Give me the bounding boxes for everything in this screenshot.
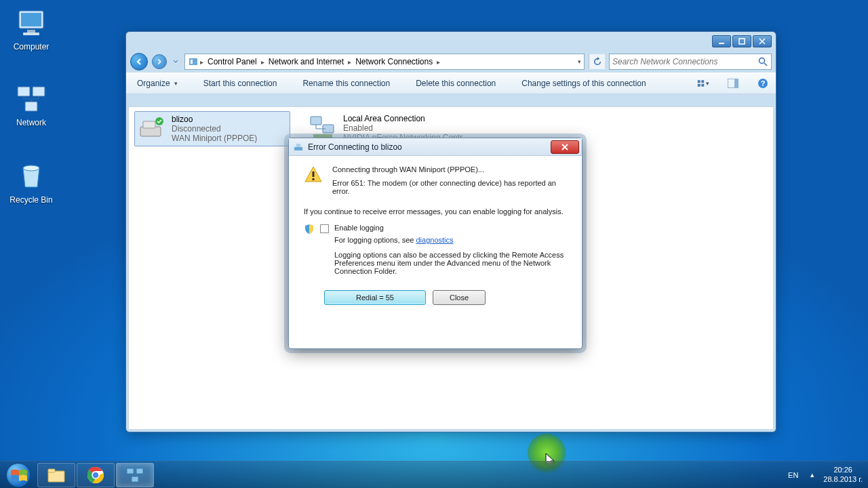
desktop-icon-label: Computer [4, 42, 58, 52]
maximize-button[interactable] [732, 35, 751, 47]
dialog-hint-text: If you continue to receive error message… [304, 207, 567, 216]
svg-rect-6 [25, 102, 37, 111]
taskbar-network-connections[interactable] [116, 463, 154, 487]
svg-rect-2 [27, 30, 35, 33]
svg-point-12 [760, 58, 765, 64]
dialog-body: Connecting through WAN Miniport (PPPOE).… [289, 156, 582, 312]
svg-rect-9 [739, 39, 745, 44]
svg-rect-29 [313, 171, 315, 177]
address-bar[interactable]: ▸ Control Panel ▸ Network and Internet ▸… [184, 54, 585, 70]
svg-rect-18 [734, 79, 738, 88]
connection-name: blizoo [172, 115, 257, 124]
clock-date: 28.8.2013 г. [823, 475, 863, 484]
taskbar-chrome[interactable] [77, 463, 115, 487]
connection-device: WAN Miniport (PPPOE) [172, 134, 257, 143]
svg-rect-11 [191, 60, 193, 64]
svg-rect-32 [48, 469, 55, 472]
nav-history-dropdown[interactable] [171, 54, 180, 69]
nav-back-button[interactable] [130, 53, 148, 70]
nav-forward-button[interactable] [152, 54, 167, 69]
diagnostics-link[interactable]: diagnostics [416, 236, 453, 244]
enable-logging-label: Enable logging [334, 224, 567, 232]
minimize-button[interactable] [712, 35, 731, 47]
svg-rect-13 [698, 80, 701, 83]
start-button[interactable] [0, 462, 37, 489]
svg-rect-5 [33, 87, 45, 96]
svg-point-7 [23, 165, 39, 171]
svg-rect-14 [701, 80, 704, 83]
svg-rect-37 [136, 468, 143, 474]
svg-rect-38 [132, 476, 138, 482]
windows-logo-icon [7, 464, 31, 487]
svg-rect-4 [18, 87, 30, 96]
enable-logging-checkbox[interactable] [320, 224, 329, 233]
search-input[interactable] [612, 57, 757, 66]
svg-rect-28 [296, 144, 300, 147]
svg-rect-1 [21, 13, 41, 26]
breadcrumb-sep: ▸ [435, 58, 441, 66]
folder-icon [188, 56, 199, 67]
breadcrumb-item[interactable]: Network Connections [353, 57, 435, 66]
language-indicator[interactable]: EN [785, 470, 801, 481]
dialog-titlebar[interactable]: Error Connecting to blizoo [289, 138, 582, 156]
connection-item-blizoo[interactable]: blizoo Disconnected WAN Miniport (PPPOE) [134, 111, 290, 146]
delete-connection-button[interactable]: Delete this connection [412, 77, 500, 90]
tray-overflow-icon[interactable]: ▲ [809, 472, 815, 479]
view-options-button[interactable] [697, 77, 709, 89]
window-close-button[interactable] [753, 35, 772, 47]
warning-icon [304, 165, 323, 184]
svg-rect-22 [143, 121, 155, 128]
dialog-app-icon [293, 142, 304, 152]
connection-status: Disconnected [172, 124, 257, 134]
help-button[interactable]: ? [757, 77, 769, 89]
close-button[interactable]: Close [433, 290, 486, 305]
svg-rect-8 [719, 43, 724, 44]
window-titlebar[interactable] [126, 32, 776, 51]
shield-icon [304, 224, 315, 235]
breadcrumb-item[interactable]: Control Panel [205, 57, 260, 66]
dialog-title: Error Connecting to blizoo [308, 142, 402, 152]
svg-rect-27 [294, 147, 302, 150]
breadcrumb-sep: ▸ [260, 58, 266, 66]
connection-status: Enabled [343, 123, 469, 133]
desktop-icon-network[interactable]: Network [4, 83, 58, 127]
svg-rect-36 [127, 468, 134, 474]
dialog-error-text: Error 651: The modem (or other connectin… [332, 179, 567, 195]
preview-pane-button[interactable] [727, 77, 739, 89]
desktop-icon-label: Network [4, 118, 58, 127]
svg-text:?: ? [761, 79, 766, 87]
organize-menu[interactable]: Organize [133, 77, 182, 90]
modem-icon [138, 115, 166, 143]
svg-rect-30 [313, 178, 315, 180]
taskbar: EN ▲ 20:26 28.8.2013 г. [0, 461, 868, 488]
start-connection-button[interactable]: Start this connection [199, 77, 281, 90]
redial-button[interactable]: Redial = 55 [324, 290, 426, 305]
dialog-connecting-text: Connecting through WAN Miniport (PPPOE).… [332, 165, 567, 174]
desktop-icon-label: Recycle Bin [4, 195, 58, 205]
connection-name: Local Area Connection [343, 114, 469, 123]
clock[interactable]: 20:26 28.8.2013 г. [823, 466, 863, 483]
desktop-icon-computer[interactable]: Computer [4, 7, 58, 52]
desktop-icon-recyclebin[interactable]: Recycle Bin [4, 160, 58, 205]
system-tray: EN ▲ 20:26 28.8.2013 г. [785, 466, 863, 483]
toolbar: Organize Start this connection Rename th… [126, 73, 776, 94]
svg-rect-15 [698, 84, 701, 87]
taskbar-explorer[interactable] [37, 463, 75, 487]
error-dialog: Error Connecting to blizoo Connecting th… [288, 138, 583, 349]
search-icon[interactable] [757, 56, 768, 67]
rename-connection-button[interactable]: Rename this connection [298, 77, 394, 90]
svg-rect-3 [23, 33, 39, 35]
addr-dropdown-icon[interactable]: ▾ [578, 58, 581, 65]
svg-rect-10 [189, 58, 197, 65]
change-settings-button[interactable]: Change settings of this connection [517, 77, 650, 90]
breadcrumb-sep: ▸ [347, 58, 353, 66]
breadcrumb-item[interactable]: Network and Internet [266, 57, 347, 66]
address-row: ▸ Control Panel ▸ Network and Internet ▸… [126, 51, 776, 73]
dialog-close-button[interactable] [551, 140, 579, 154]
search-box[interactable] [609, 54, 772, 70]
breadcrumb-sep: ▸ [199, 58, 205, 66]
recyclebin-icon [15, 160, 47, 192]
refresh-button[interactable] [589, 54, 605, 69]
svg-rect-24 [311, 117, 321, 125]
network-icon [15, 83, 47, 115]
